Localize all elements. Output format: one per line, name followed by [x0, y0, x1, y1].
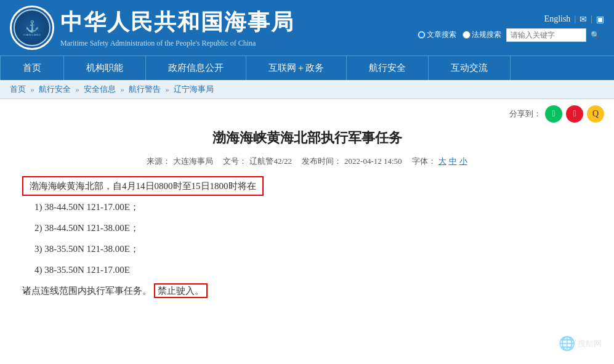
header-links: English | ✉ | ▣: [544, 14, 604, 25]
meta-source-value: 大连海事局: [173, 156, 213, 167]
breadcrumb: 首页 » 航行安全 » 安全信息 » 航行警告 » 辽宁海事局: [0, 80, 614, 99]
nav-inner: 首页 机构职能 政府信息公开 互联网＋政务 航行安全 互动交流: [0, 56, 614, 80]
share-label: 分享到：: [509, 108, 541, 119]
coord-list: 1) 38-44.50N 121-17.00E； 2) 38-44.50N 12…: [22, 198, 592, 279]
page-header: ⚓ CHINA MSA 中华人民共和国海事局 Maritime Safety A…: [0, 0, 614, 55]
search-options: 文章搜索 法规搜索: [418, 30, 501, 40]
nav-item-safety[interactable]: 航行安全: [347, 56, 429, 80]
closing-prefix: 诸点连线范围内执行军事任务。: [22, 286, 151, 296]
meta-doc: 文号： 辽航警42/22: [223, 156, 292, 167]
meta-doc-value: 辽航警42/22: [249, 156, 292, 167]
logo-text-en: CHINA MSA: [23, 33, 41, 36]
share-bar: 分享到：   Q: [10, 105, 604, 123]
header-search: 文章搜索 法规搜索 🔍: [418, 28, 604, 42]
breadcrumb-sep4: »: [165, 84, 169, 94]
content-main: 分享到：   Q 渤海海峡黄海北部执行军事任务 来源： 大连海事局 文号： …: [10, 105, 604, 300]
coord-item-1: 1) 38-44.50N 121-17.00E；: [34, 198, 592, 216]
meta-date-label: 发布时间：: [302, 156, 342, 167]
closing-highlight: 禁止驶入。: [154, 283, 208, 298]
header-title: 中华人民共和国海事局 Maritime Safety Administratio…: [60, 7, 294, 48]
anchor-icon: ⚓: [25, 20, 39, 33]
meta-doc-label: 文号：: [223, 156, 247, 167]
coord-item-4: 4) 38-35.50N 121-17.00E: [34, 261, 592, 279]
weibo-share-button[interactable]: : [566, 105, 583, 123]
article-closing: 诸点连线范围内执行军事任务。 禁止驶入。: [22, 281, 592, 300]
email-link[interactable]: ✉: [580, 14, 587, 25]
article-title: 渤海海峡黄海北部执行军事任务: [10, 129, 604, 147]
article-body: 渤海海峡黄海北部，自4月14日0800时至15日1800时将在 1) 38-44…: [10, 177, 604, 300]
search-option-article[interactable]: 文章搜索: [418, 30, 456, 40]
breadcrumb-sep2: »: [75, 84, 79, 94]
font-small-btn[interactable]: 小: [459, 156, 467, 167]
site-title-en: Maritime Safety Administration of the Pe…: [60, 39, 294, 48]
coord-item-3: 3) 38-35.50N 121-38.00E；: [34, 240, 592, 258]
intro-highlight: 渤海海峡黄海北部，自4月14日0800时至15日1800时将在: [22, 176, 264, 196]
meta-source-label: 来源：: [147, 156, 171, 167]
article-meta: 来源： 大连海事局 文号： 辽航警42/22 发布时间： 2022-04-12 …: [10, 156, 604, 167]
search-radio-law[interactable]: [463, 31, 471, 39]
breadcrumb-home[interactable]: 首页: [10, 84, 26, 94]
nav-item-home[interactable]: 首页: [0, 56, 64, 80]
font-large-btn[interactable]: 大: [438, 156, 446, 167]
breadcrumb-sep1: »: [30, 84, 34, 94]
coord-item-2: 2) 38-44.50N 121-38.00E；: [34, 219, 592, 237]
breadcrumb-safety[interactable]: 航行安全: [39, 84, 71, 94]
meta-source: 来源： 大连海事局: [147, 156, 213, 167]
search-input[interactable]: [506, 28, 586, 42]
intro-text: 渤海海峡黄海北部，自4月14日0800时至15日1800时将在: [30, 181, 256, 191]
nav-item-gov[interactable]: 政府信息公开: [146, 56, 246, 80]
content-wrapper: 分享到：   Q 渤海海峡黄海北部执行军事任务 来源： 大连海事局 文号： …: [0, 99, 614, 306]
main-nav: 首页 机构职能 政府信息公开 互联网＋政务 航行安全 互动交流: [0, 55, 614, 80]
search-button[interactable]: 🔍: [586, 28, 604, 42]
meta-font: 字体： 大 中 小: [412, 156, 467, 167]
logo: ⚓ CHINA MSA: [10, 6, 54, 50]
article-intro: 渤海海峡黄海北部，自4月14日0800时至15日1800时将在: [22, 177, 592, 195]
font-medium-btn[interactable]: 中: [449, 156, 457, 167]
search-radio-article[interactable]: [418, 31, 426, 39]
sep2: |: [591, 14, 592, 24]
breadcrumb-sep3: »: [120, 84, 124, 94]
site-title-cn: 中华人民共和国海事局: [60, 7, 294, 38]
nav-item-org[interactable]: 机构职能: [64, 56, 146, 80]
meta-font-label: 字体：: [412, 156, 436, 167]
header-left: ⚓ CHINA MSA 中华人民共和国海事局 Maritime Safety A…: [10, 6, 294, 50]
qzone-share-button[interactable]: Q: [587, 105, 604, 123]
search-option-law[interactable]: 法规搜索: [463, 30, 501, 40]
meta-date: 发布时间： 2022-04-12 14:50: [302, 156, 402, 167]
rss-link[interactable]: ▣: [596, 14, 604, 25]
nav-item-internet[interactable]: 互联网＋政务: [246, 56, 347, 80]
nav-item-interact[interactable]: 互动交流: [429, 56, 511, 80]
logo-inner: ⚓ CHINA MSA: [14, 9, 50, 46]
meta-date-value: 2022-04-12 14:50: [344, 156, 402, 166]
sep1: |: [574, 14, 576, 24]
breadcrumb-safety-info[interactable]: 安全信息: [84, 84, 116, 94]
breadcrumb-nav-warning[interactable]: 航行警告: [129, 84, 161, 94]
header-right: English | ✉ | ▣ 文章搜索 法规搜索 🔍: [418, 14, 604, 42]
breadcrumb-liaoning[interactable]: 辽宁海事局: [174, 84, 214, 94]
english-link[interactable]: English: [544, 14, 571, 24]
search-box: 🔍: [506, 28, 604, 42]
wechat-share-button[interactable]: : [545, 105, 562, 123]
